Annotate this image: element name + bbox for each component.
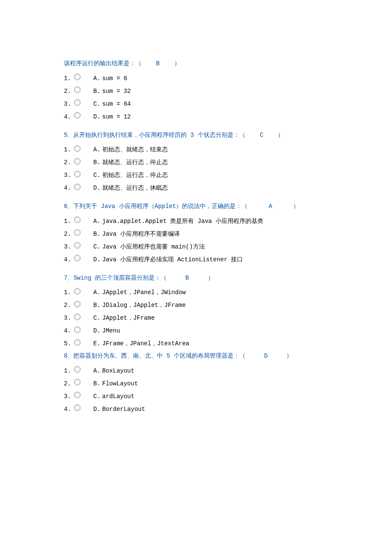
option-row: 4. D. JMenu	[64, 327, 328, 335]
option-letter: B.	[93, 379, 101, 388]
radio-icon[interactable]	[74, 74, 81, 80]
option-row: 2. B. Java 小应用程序不需要编译	[64, 230, 328, 238]
option-number: 1.	[64, 288, 74, 297]
option-text: sum = 6	[102, 74, 127, 83]
radio-icon[interactable]	[74, 392, 81, 398]
option-letter: A.	[93, 145, 101, 154]
radio-icon[interactable]	[74, 158, 81, 165]
option-letter: A.	[93, 288, 101, 297]
option-row: 2. B. FlowLayout	[64, 379, 328, 388]
question-text-post: ）	[208, 275, 214, 281]
option-letter: C.	[93, 392, 101, 401]
option-number: 3.	[64, 243, 74, 251]
option-text: FlowLayout	[102, 379, 138, 388]
question-block: 7、Swing 的三个顶层容器分别是：（ B ） 1. A. JApplet，J…	[64, 274, 328, 348]
option-row: 1. A. sum = 6	[64, 74, 328, 83]
option-letter: A.	[93, 367, 101, 375]
option-text: java.applet.Applet 类是所有 Java 小应用程序的基类	[102, 217, 263, 225]
option-text: 初始态、运行态，停止态	[102, 171, 168, 179]
question-block: 8、把容器划分为东、西、南、北、中 5 个区域的布局管理器是：（ D ） 1. …	[64, 352, 328, 413]
answer-letter: D	[249, 352, 283, 361]
answer-letter: C	[249, 131, 274, 140]
radio-icon[interactable]	[74, 171, 81, 177]
option-row: 2. B. 就绪态、运行态，停止态	[64, 158, 328, 167]
option-letter: D.	[93, 255, 101, 264]
answer-letter: B	[170, 274, 204, 283]
option-row: 4. D. 就绪态、运行态，休眠态	[64, 184, 328, 192]
document-page: 该程序运行的输出结果是：（ B ） 1. A. sum = 6 2. B. su…	[0, 0, 392, 555]
option-number: 3.	[64, 100, 74, 108]
radio-icon[interactable]	[74, 366, 81, 373]
radio-icon[interactable]	[74, 327, 81, 333]
option-number: 4.	[64, 184, 74, 192]
option-letter: D.	[93, 327, 101, 335]
option-text: sum = 12	[102, 113, 131, 121]
option-number: 1.	[64, 74, 74, 83]
option-number: 2.	[64, 158, 74, 167]
question-text-post: ）	[278, 132, 284, 139]
option-number: 2.	[64, 379, 74, 388]
radio-icon[interactable]	[74, 255, 81, 261]
question-block: 该程序运行的输出结果是：（ B ） 1. A. sum = 6 2. B. su…	[64, 60, 328, 121]
option-row: 1. A. java.applet.Applet 类是所有 Java 小应用程序…	[64, 217, 328, 225]
option-text: sum = 32	[102, 87, 131, 95]
option-letter: D.	[93, 405, 101, 413]
option-number: 1.	[64, 367, 74, 375]
option-text: Java 小应用程序必须实现 ActionListener 接口	[102, 255, 243, 264]
radio-icon[interactable]	[74, 242, 81, 249]
option-text: JApplet，JFrame	[102, 314, 155, 322]
option-letter: B.	[93, 301, 101, 309]
question-title: 7、Swing 的三个顶层容器分别是：（ B ）	[64, 274, 328, 283]
option-number: 1.	[64, 145, 74, 154]
option-row: 5. E. JFrame，JPanel，JtextArea	[64, 339, 328, 348]
option-text: JDialog，JApplet，JFrame	[102, 301, 186, 309]
option-letter: D.	[93, 113, 101, 121]
option-number: 4.	[64, 255, 74, 264]
question-text-pre: 该程序运行的输出结果是：（	[64, 60, 141, 67]
option-row: 3. C. JApplet，JFrame	[64, 314, 328, 322]
option-text: 初始态、就绪态，结束态	[102, 145, 168, 154]
question-text-post: ）	[174, 60, 180, 67]
option-row: 1. A. BoxLayout	[64, 367, 328, 375]
option-letter: B.	[93, 158, 101, 167]
radio-icon[interactable]	[74, 112, 81, 119]
question-text-post: ）	[286, 353, 292, 359]
option-letter: B.	[93, 230, 101, 238]
radio-icon[interactable]	[74, 217, 81, 223]
option-text: BoxLayout	[102, 367, 135, 375]
question-title: 5、从开始执行到执行结束，小应用程序经历的 3 个状态分别是：（ C ）	[64, 131, 328, 140]
radio-icon[interactable]	[74, 229, 81, 236]
radio-icon[interactable]	[74, 99, 81, 106]
radio-icon[interactable]	[74, 405, 81, 411]
option-number: 3.	[64, 171, 74, 179]
answer-letter: B	[145, 60, 170, 68]
option-text: Java 小应用程序不需要编译	[102, 230, 180, 238]
option-number: 3.	[64, 314, 74, 322]
radio-icon[interactable]	[74, 288, 81, 295]
option-number: 5.	[64, 339, 74, 348]
option-number: 2.	[64, 301, 74, 309]
option-number: 4.	[64, 327, 74, 335]
option-letter: C.	[93, 100, 101, 108]
radio-icon[interactable]	[74, 314, 81, 320]
option-number: 4.	[64, 405, 74, 413]
option-number: 2.	[64, 87, 74, 95]
radio-icon[interactable]	[74, 184, 81, 190]
option-letter: D.	[93, 184, 101, 192]
question-text-pre: 5、从开始执行到执行结束，小应用程序经历的 3 个状态分别是：（	[64, 132, 245, 139]
option-number: 4.	[64, 113, 74, 121]
option-number: 2.	[64, 230, 74, 238]
radio-icon[interactable]	[74, 339, 81, 346]
option-row: 1. A. 初始态、就绪态，结束态	[64, 145, 328, 154]
option-row: 2. B. sum = 32	[64, 87, 328, 95]
radio-icon[interactable]	[74, 87, 81, 93]
option-letter: C.	[93, 243, 101, 251]
option-number: 3.	[64, 392, 74, 401]
option-text: BorderLayout	[102, 405, 145, 413]
option-letter: C.	[93, 171, 101, 179]
option-text: ardLayout	[102, 392, 135, 401]
radio-icon[interactable]	[74, 301, 81, 307]
radio-icon[interactable]	[74, 145, 81, 152]
radio-icon[interactable]	[74, 379, 81, 385]
option-row: 1. A. JApplet，JPanel，JWindow	[64, 288, 328, 297]
